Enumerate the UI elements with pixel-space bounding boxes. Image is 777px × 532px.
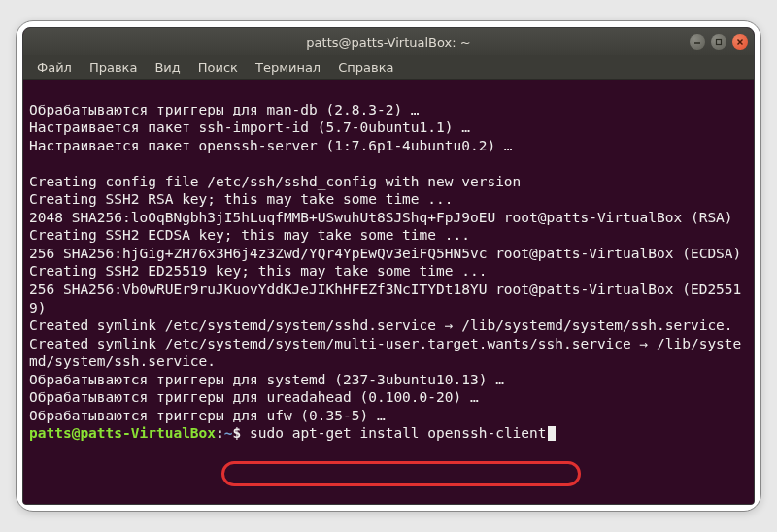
terminal-window: patts@patts-VirtualBox: ~ Файл Правка Ви…: [22, 27, 755, 505]
terminal-line: Обрабатываются триггеры для ureadahead (…: [29, 389, 479, 405]
prompt-dollar: $: [233, 425, 250, 441]
terminal-line: Creating SSH2 RSA key; this may take som…: [29, 191, 454, 207]
terminal-line: Настраивается пакет openssh-server (1:7.…: [29, 138, 513, 153]
terminal-line: Created symlink /etc/systemd/system/sshd…: [29, 317, 733, 333]
terminal-line: Creating config file /etc/ssh/sshd_confi…: [29, 174, 521, 189]
window-title: patts@patts-VirtualBox: ~: [306, 35, 470, 50]
window-titlebar[interactable]: patts@patts-VirtualBox: ~: [23, 28, 754, 55]
menu-terminal[interactable]: Терминал: [248, 57, 328, 78]
cursor-icon: [548, 426, 556, 441]
terminal-line: 256 SHA256:Vb0wRUEr9ruJKuovYddKJeJIKhHFE…: [29, 282, 741, 316]
terminal-line: Creating SSH2 ECDSA key; this may take s…: [29, 227, 470, 243]
menu-edit[interactable]: Правка: [82, 57, 145, 78]
terminal-line: 256 SHA256:hjGig+ZH76x3H6j4z3Zwd/YQr4YpE…: [29, 246, 741, 261]
minimize-button[interactable]: [690, 34, 705, 50]
close-button[interactable]: [732, 34, 748, 50]
window-controls: [690, 34, 748, 50]
menubar: Файл Правка Вид Поиск Терминал Справка: [23, 55, 754, 80]
menu-help[interactable]: Справка: [330, 57, 401, 78]
terminal-line: 2048 SHA256:loOqBNgbh3jI5hLuqfMMB+USwuhU…: [29, 210, 733, 225]
prompt-line: patts@patts-VirtualBox:~$ sudo apt-get i…: [29, 425, 556, 441]
terminal-line: Настраивается пакет ssh-import-id (5.7-0…: [29, 119, 470, 135]
command-input[interactable]: sudo apt-get install openssh-client: [250, 425, 547, 441]
terminal-line: Creating SSH2 ED25519 key; this may take…: [29, 263, 487, 279]
menu-view[interactable]: Вид: [147, 57, 187, 78]
screenshot-frame: patts@patts-VirtualBox: ~ Файл Правка Ви…: [16, 20, 761, 512]
terminal-line: Обрабатываются триггеры для man-db (2.8.…: [29, 102, 420, 117]
terminal-viewport[interactable]: Обрабатываются триггеры для man-db (2.8.…: [23, 80, 754, 504]
annotation-highlight: [221, 461, 581, 486]
menu-search[interactable]: Поиск: [190, 57, 246, 78]
terminal-line: Обрабатываются триггеры для systemd (237…: [29, 372, 504, 387]
svg-rect-1: [717, 40, 722, 45]
terminal-line: Created symlink /etc/systemd/system/mult…: [29, 336, 741, 370]
prompt-path: ~: [224, 425, 233, 441]
terminal-line: Обрабатываются триггеры для ufw (0.35-5)…: [29, 408, 386, 423]
prompt-user-host: patts@patts-VirtualBox: [29, 425, 216, 441]
menu-file[interactable]: Файл: [29, 57, 80, 78]
prompt-colon: :: [216, 425, 224, 441]
maximize-button[interactable]: [711, 34, 726, 50]
